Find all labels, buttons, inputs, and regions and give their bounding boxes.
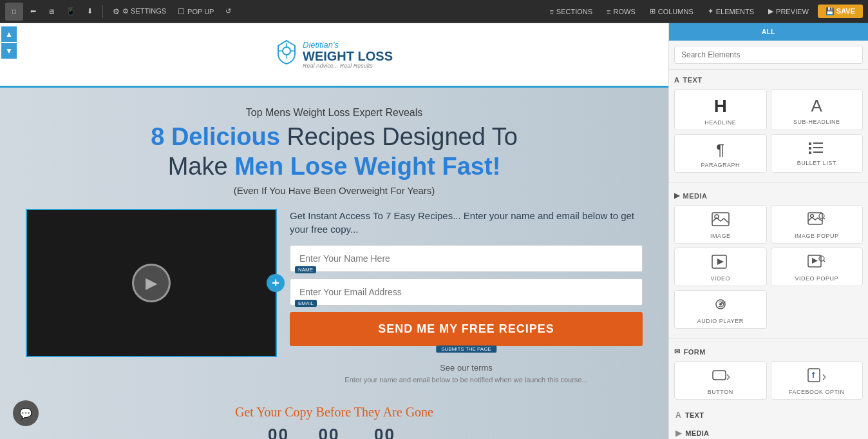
hero-top-text: Top Mens Weight Loss Expert Reveals xyxy=(26,107,643,119)
paragraph-element[interactable]: ¶ PARAGRAPH xyxy=(674,134,767,173)
text-section-header[interactable]: A TEXT xyxy=(674,73,863,86)
form-section-header[interactable]: ✉ FORM xyxy=(674,345,863,358)
svg-text:f: f xyxy=(812,371,815,380)
preview-button[interactable]: ▶ PREVIEW xyxy=(763,5,814,17)
add-between-button[interactable]: + xyxy=(267,274,285,292)
hero-subheadline: (Even If You Have Been Overweight For Ye… xyxy=(26,185,643,196)
columns-button[interactable]: ⊞ COLUMNS xyxy=(645,5,699,17)
video-icon xyxy=(712,255,730,273)
move-controls: ▲ ▼ xyxy=(0,23,18,62)
facebookoptin-icon: f xyxy=(807,368,826,386)
move-up-button[interactable]: ▲ xyxy=(1,26,17,42)
submit-button[interactable]: SEND ME MY FREE RECIPES xyxy=(290,312,643,346)
see-terms-link[interactable]: See our terms xyxy=(290,363,643,373)
elements-button[interactable]: ✦ ELEMENTS xyxy=(703,5,759,17)
popup-button[interactable]: ☐ POP UP xyxy=(173,5,218,18)
countdown-tagline: Get Your Copy Before They Are Gone xyxy=(26,405,643,420)
name-input[interactable] xyxy=(290,245,643,272)
imagepopup-label: IMAGE POPUP xyxy=(795,233,839,239)
text-section-icon: A xyxy=(674,76,679,84)
svg-marker-14 xyxy=(717,259,724,265)
down-button[interactable]: ⬇ xyxy=(82,5,97,17)
chat-bubble[interactable]: 💬 xyxy=(13,400,39,426)
headline-plain-part: Recipes Designed To xyxy=(287,123,517,150)
svg-line-18 xyxy=(824,260,825,262)
video-element[interactable]: VIDEO xyxy=(674,248,767,286)
form-section-icon: ✉ xyxy=(674,347,681,356)
side-menu: A TEXT ▶ MEDIA ✉ FORM H CONTENT ⏱ COUN xyxy=(669,406,868,439)
svg-rect-6 xyxy=(813,151,823,153)
hero-content: Top Mens Weight Loss Expert Reveals 8 De… xyxy=(0,88,668,398)
svg-point-11 xyxy=(819,213,824,219)
side-text-item[interactable]: A TEXT xyxy=(669,406,868,424)
editor-area: ▲ ▼ Dietitian's WEIGHT LOSS xyxy=(0,23,668,439)
bulletlist-icon xyxy=(809,141,824,157)
divider-text-media xyxy=(669,182,868,182)
minutes-number: 00 xyxy=(312,425,347,439)
seconds-number: 00 xyxy=(366,425,404,439)
email-input[interactable] xyxy=(290,278,643,306)
sections-button[interactable]: ≡ SECTIONS xyxy=(544,6,598,17)
facebookoptin-element[interactable]: f FACEBOOK OPTIN xyxy=(771,361,863,400)
refresh-button[interactable]: ↺ xyxy=(221,5,236,17)
subheadline-element[interactable]: A SUB-HEADLINE xyxy=(771,89,863,130)
logo-area: Dietitian's WEIGHT LOSS Real Advice... R… xyxy=(276,39,393,70)
toolbar: □ ⬅ 🖥 📱 ⬇ ⚙ ⚙ SETTINGS ☐ POP UP ↺ ≡ SECT… xyxy=(0,0,868,23)
page-canvas: Dietitian's WEIGHT LOSS Real Advice... R… xyxy=(0,23,668,439)
save-button[interactable]: 💾 SAVE xyxy=(818,5,863,18)
bulletlist-label: BULLET LIST xyxy=(797,160,836,166)
optin-description: Get Instant Access To 7 Easy Recipes... … xyxy=(290,209,643,236)
chat-icon: 💬 xyxy=(19,407,32,420)
scrollable-panel: A TEXT H HEADLINE A SUB-HEADLINE ¶ PARAG… xyxy=(669,70,868,439)
media-section-header[interactable]: ▶ MEDIA xyxy=(674,189,863,202)
headline-line2-bold: Men Lose Weight Fast! xyxy=(234,153,500,180)
image-element[interactable]: IMAGE xyxy=(674,205,767,244)
panel-tabs: ALL xyxy=(669,23,868,41)
video-play-button[interactable]: ▶ xyxy=(132,264,171,302)
move-down-button[interactable]: ▼ xyxy=(1,43,17,59)
audioplayer-element[interactable]: AUDIO PLAYER xyxy=(674,290,767,329)
undo-button[interactable]: ⬅ xyxy=(26,5,41,17)
paragraph-icon: ¶ xyxy=(716,141,724,159)
countdown-section: Get Your Copy Before They Are Gone 00 HO… xyxy=(0,398,668,439)
desktop-view-button[interactable]: 🖥 xyxy=(43,6,59,17)
image-icon xyxy=(712,212,730,230)
bulletlist-element[interactable]: BULLET LIST xyxy=(771,134,863,173)
settings-button[interactable]: ⚙ ⚙ SETTINGS xyxy=(108,5,171,18)
headline-element[interactable]: H HEADLINE xyxy=(674,89,767,130)
videopopup-element[interactable]: VIDEO POPUP xyxy=(771,248,863,286)
imagepopup-element[interactable]: IMAGE POPUP xyxy=(771,205,863,244)
text-elements-grid: H HEADLINE A SUB-HEADLINE ¶ PARAGRAPH xyxy=(674,86,863,175)
text-icon: A xyxy=(675,411,681,420)
tablet-view-button[interactable]: 📱 xyxy=(62,5,80,17)
logo-icon xyxy=(276,39,297,70)
site-header: Dietitian's WEIGHT LOSS Real Advice... R… xyxy=(0,23,668,88)
form-note: Enter your name and email below to be no… xyxy=(290,375,643,385)
form-section-label: FORM xyxy=(684,348,706,356)
text-section: A TEXT H HEADLINE A SUB-HEADLINE ¶ PARAG… xyxy=(669,70,868,179)
submits-tag: SUBMITS THE PAGE xyxy=(436,346,496,353)
right-panel: ALL A TEXT H HEADLINE A xyxy=(668,23,868,439)
media-section-icon: ▶ xyxy=(674,191,680,200)
countdown-seconds: 00 SECONDS xyxy=(366,425,404,439)
search-input[interactable] xyxy=(674,46,863,64)
logo-tagline: Real Advice... Real Results xyxy=(303,63,393,69)
rows-button[interactable]: ≡ ROWS xyxy=(601,6,641,17)
side-media-item[interactable]: ▶ MEDIA xyxy=(669,424,868,439)
tab-all[interactable]: ALL xyxy=(669,23,868,41)
toolbar-right: ≡ SECTIONS ≡ ROWS ⊞ COLUMNS ✦ ELEMENTS ▶… xyxy=(544,5,863,18)
countdown-timer: 00 HOURS 00 MINUTES 00 SECONDS xyxy=(26,425,643,439)
countdown-hours: 00 HOURS xyxy=(265,425,292,439)
hours-number: 00 xyxy=(265,425,292,439)
videopopup-label: VIDEO POPUP xyxy=(795,275,838,282)
svg-rect-3 xyxy=(809,147,811,150)
optin-form: Get Instant Access To 7 Easy Recipes... … xyxy=(290,209,643,385)
button-element[interactable]: BUTTON xyxy=(674,361,767,400)
headline-line2-plain: Make xyxy=(168,153,228,180)
svg-rect-1 xyxy=(809,142,811,145)
video-block[interactable]: ▶ + xyxy=(26,209,277,357)
media-elements-grid: IMAGE IMAGE POPUP xyxy=(674,202,863,331)
paragraph-label: PARAGRAPH xyxy=(701,162,740,168)
svg-rect-21 xyxy=(713,371,726,380)
logo-text: Dietitian's WEIGHT LOSS Real Advice... R… xyxy=(303,40,393,69)
